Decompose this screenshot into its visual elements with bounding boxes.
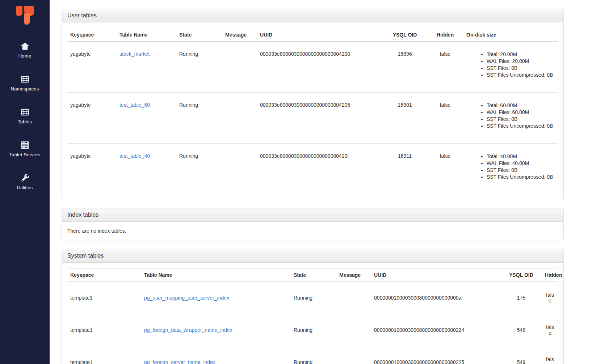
cell-state: Running — [291, 314, 336, 346]
sidebar-item-namespaces[interactable]: Namespaces — [0, 75, 50, 92]
cell-state: Running — [291, 346, 336, 364]
size-item: SST Files Uncompressed: 0B — [487, 174, 555, 181]
size-item: WAL Files: 60.00M — [487, 109, 555, 116]
size-item: SST Files Uncompressed: 0B — [487, 72, 555, 79]
cell-uuid: 00000001000030008000000000000225 — [371, 346, 500, 364]
cell-keyspace: template1 — [67, 314, 141, 346]
cell-message — [222, 42, 257, 93]
cell-table-name: pg_foreign_data_wrapper_name_index — [141, 314, 291, 346]
cell-on-disk: Total: 60.00MWAL Files: 60.00MSST Files:… — [463, 93, 558, 144]
size-item: SST Files: 0B — [487, 65, 555, 72]
on-disk-size-list: Total: 40.00MWAL Files: 40.00MSST Files:… — [466, 153, 555, 181]
cell-hidden: false — [542, 314, 558, 346]
cell-hidden: false — [542, 346, 558, 364]
index-tables-body: There are no index tables. — [62, 222, 563, 241]
cell-ysql-oid: 16911 — [383, 144, 427, 195]
cell-ysql-oid: 548 — [500, 314, 542, 346]
cell-keyspace: yugabyte — [67, 42, 117, 93]
on-disk-size-list: Total: 20.00MWAL Files: 20.00MSST Files:… — [466, 51, 555, 79]
sidebar-item-label: Namespaces — [11, 86, 39, 92]
table-name-link[interactable]: test_table_60 — [119, 102, 150, 108]
column-header-state: State — [176, 28, 222, 42]
table-name-link[interactable]: pg_user_mapping_user_server_index — [144, 295, 229, 301]
cell-table-name: stock_market — [117, 42, 176, 93]
size-item: SST Files: 0B — [487, 167, 555, 174]
cell-ysql-oid: 16896 — [383, 42, 427, 93]
index-tables-heading: Index tables — [62, 208, 563, 222]
cell-table-name: test_table_60 — [117, 93, 176, 144]
sidebar-item-utilities[interactable]: Utilities — [0, 173, 50, 190]
sidebar: HomeNamespacesTablesTablet ServersUtilit… — [0, 0, 50, 364]
no-index-tables-message: There are no index tables. — [67, 227, 558, 235]
table-name-link[interactable]: test_table_40 — [119, 153, 150, 159]
column-header-keyspace: Keyspace — [67, 28, 117, 42]
size-item: WAL Files: 20.00M — [487, 58, 555, 65]
cell-state: Running — [291, 282, 336, 314]
cell-state: Running — [176, 93, 222, 144]
cell-hidden: false — [542, 282, 558, 314]
app-root: HomeNamespacesTablesTablet ServersUtilit… — [0, 0, 592, 364]
table-row: template1pg_foreign_server_name_indexRun… — [67, 346, 558, 364]
servers-icon — [20, 140, 30, 150]
column-header-hidden: Hidden — [427, 28, 463, 42]
column-header-message: Message — [222, 28, 257, 42]
cell-keyspace: yugabyte — [67, 144, 117, 195]
column-header-hidden: Hidden — [542, 268, 558, 282]
system-tables-panel: System tables KeyspaceTable NameStateMes… — [62, 249, 564, 364]
table-name-link[interactable]: stock_market — [119, 51, 150, 57]
user-tables-heading: User tables — [62, 9, 563, 22]
table-name-link[interactable]: pg_foreign_server_name_index — [144, 359, 215, 364]
sidebar-nav: HomeNamespacesTablesTablet ServersUtilit… — [0, 42, 50, 206]
system-tables-body: KeyspaceTable NameStateMessageUUIDYSQL O… — [62, 263, 563, 364]
column-header-table-name: Table Name — [141, 268, 291, 282]
cell-ysql-oid: 16901 — [383, 93, 427, 144]
cell-table-name: pg_user_mapping_user_server_index — [141, 282, 291, 314]
header-row: KeyspaceTable NameStateMessageUUIDYSQL O… — [67, 28, 558, 42]
yugabyte-logo[interactable] — [15, 5, 35, 26]
table-row: yugabytetest_table_60Running000033e80000… — [67, 93, 558, 144]
cell-hidden: false — [427, 93, 463, 144]
cell-state: Running — [176, 144, 222, 195]
user-tables-table: KeyspaceTable NameStateMessageUUIDYSQL O… — [67, 28, 558, 194]
column-header-keyspace: Keyspace — [67, 268, 141, 282]
size-item: Total: 20.00M — [487, 51, 555, 58]
cell-message — [222, 144, 257, 195]
cell-ysql-oid: 549 — [500, 346, 542, 364]
cell-state: Running — [176, 42, 222, 93]
sidebar-item-label: Home — [18, 53, 31, 59]
sidebar-item-tablet-servers[interactable]: Tablet Servers — [0, 140, 50, 157]
home-icon — [20, 42, 30, 51]
cell-message — [336, 282, 371, 314]
column-header-uuid: UUID — [371, 268, 500, 282]
table-icon — [20, 75, 30, 84]
table-row: yugabytestock_marketRunning000033e800003… — [67, 42, 558, 93]
sidebar-item-home[interactable]: Home — [0, 42, 50, 59]
cell-message — [336, 346, 371, 364]
user-tables-panel: User tables KeyspaceTable NameStateMessa… — [62, 9, 564, 200]
cell-on-disk: Total: 40.00MWAL Files: 40.00MSST Files:… — [463, 144, 558, 195]
cell-uuid: 000033e8000030008000000000004200 — [257, 42, 383, 93]
size-item: WAL Files: 40.00M — [487, 160, 555, 167]
sidebar-item-tables[interactable]: Tables — [0, 107, 50, 124]
size-item: Total: 40.00M — [487, 153, 555, 160]
cell-message — [336, 314, 371, 346]
size-item: SST Files: 0B — [487, 116, 555, 123]
table-name-link[interactable]: pg_foreign_data_wrapper_name_index — [144, 327, 232, 333]
user-tables-body: KeyspaceTable NameStateMessageUUIDYSQL O… — [62, 22, 563, 200]
wrench-icon — [20, 173, 30, 183]
cell-on-disk: Total: 20.00MWAL Files: 20.00MSST Files:… — [463, 42, 558, 93]
table-row: yugabytetest_table_40Running000033e80000… — [67, 144, 558, 195]
cell-uuid: 00000001000030008000000000000224 — [371, 314, 500, 346]
cell-uuid: 000033e800003000800000000000420f — [257, 144, 383, 195]
cell-uuid: 000033e8000030008000000000004205 — [257, 93, 383, 144]
system-tables-table: KeyspaceTable NameStateMessageUUIDYSQL O… — [67, 268, 558, 364]
column-header-message: Message — [336, 268, 371, 282]
header-row: KeyspaceTable NameStateMessageUUIDYSQL O… — [67, 268, 558, 282]
main-content: User tables KeyspaceTable NameStateMessa… — [50, 0, 592, 364]
cell-hidden: false — [427, 42, 463, 93]
column-header-uuid: UUID — [257, 28, 383, 42]
table-row: template1pg_foreign_data_wrapper_name_in… — [67, 314, 558, 346]
cell-keyspace: template1 — [67, 282, 141, 314]
table-row: template1pg_user_mapping_user_server_ind… — [67, 282, 558, 314]
sidebar-item-label: Tablet Servers — [9, 152, 41, 157]
